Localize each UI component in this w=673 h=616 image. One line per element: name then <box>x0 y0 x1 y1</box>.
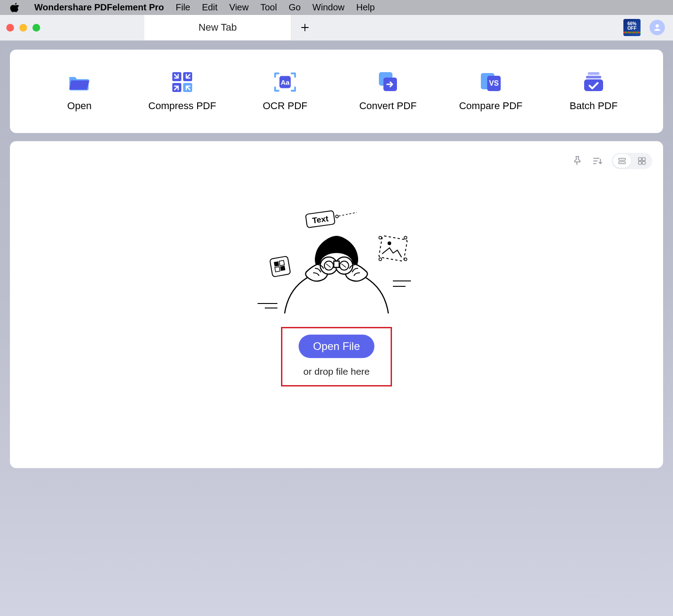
account-button[interactable] <box>650 20 665 35</box>
window-maximize-button[interactable] <box>32 24 40 32</box>
empty-illustration: Text <box>258 209 415 322</box>
view-list-button[interactable] <box>613 154 631 168</box>
svg-rect-19 <box>639 161 642 165</box>
svg-rect-13 <box>586 76 601 78</box>
svg-rect-38 <box>275 267 280 272</box>
ocr-icon: Aa <box>273 71 297 93</box>
menu-tool[interactable]: Tool <box>260 2 277 13</box>
menu-file[interactable]: File <box>175 2 190 13</box>
sort-icon[interactable] <box>592 156 603 166</box>
recent-toolbar <box>21 152 652 170</box>
tool-label: Compress PDF <box>148 100 216 112</box>
svg-rect-16 <box>619 162 626 164</box>
batch-icon <box>582 71 605 93</box>
menu-view[interactable]: View <box>229 2 249 13</box>
svg-rect-28 <box>379 236 407 262</box>
svg-rect-42 <box>334 261 339 267</box>
empty-state: Text <box>10 209 663 386</box>
tool-label: Batch PDF <box>570 100 618 112</box>
tool-label: Open <box>67 100 92 112</box>
app-name: Wondershare PDFelement Pro <box>34 2 164 13</box>
compare-icon: VS <box>479 71 502 93</box>
pin-icon[interactable] <box>572 156 583 166</box>
svg-text:VS: VS <box>489 79 499 87</box>
convert-icon <box>376 71 400 93</box>
svg-rect-12 <box>588 72 599 75</box>
svg-point-0 <box>655 24 659 28</box>
window-minimize-button[interactable] <box>19 24 27 32</box>
tool-batch[interactable]: Batch PDF <box>549 71 639 112</box>
macos-menubar: Wondershare PDFelement Pro File Edit Vie… <box>0 0 673 15</box>
tabbar: New Tab 66% OFF <box>0 15 673 41</box>
menu-edit[interactable]: Edit <box>202 2 217 13</box>
svg-rect-36 <box>280 266 286 271</box>
svg-rect-15 <box>619 158 626 160</box>
tool-compare[interactable]: VS Compare PDF <box>446 71 536 112</box>
svg-rect-20 <box>642 161 645 165</box>
window-close-button[interactable] <box>6 24 14 32</box>
open-file-highlight: Open File or drop file here <box>281 327 392 386</box>
tool-open[interactable]: Open <box>34 71 124 112</box>
svg-point-27 <box>336 215 338 218</box>
svg-rect-18 <box>642 158 645 161</box>
menu-window[interactable]: Window <box>313 2 345 13</box>
content-area: Open Compress PDF <box>0 41 673 478</box>
apple-icon[interactable] <box>10 2 20 12</box>
tool-compress[interactable]: Compress PDF <box>137 71 227 112</box>
svg-rect-17 <box>639 158 642 161</box>
folder-open-icon <box>68 71 91 93</box>
tool-ocr[interactable]: Aa OCR PDF <box>240 71 330 112</box>
svg-rect-14 <box>584 79 603 91</box>
tab-label: New Tab <box>198 22 237 33</box>
new-tab-button[interactable] <box>291 15 318 40</box>
tool-label: OCR PDF <box>263 100 308 112</box>
tools-card: Open Compress PDF <box>10 50 663 133</box>
recent-card: Text <box>10 141 663 468</box>
window-controls <box>0 15 144 40</box>
compress-icon <box>171 71 194 93</box>
tool-label: Convert PDF <box>359 100 416 112</box>
tool-convert[interactable]: Convert PDF <box>343 71 433 112</box>
svg-point-33 <box>404 258 407 261</box>
tool-label: Compare PDF <box>459 100 523 112</box>
promo-line2: OFF <box>627 26 636 31</box>
promo-stripe <box>623 32 641 33</box>
svg-point-31 <box>404 236 407 239</box>
menu-help[interactable]: Help <box>356 2 375 13</box>
promo-badge[interactable]: 66% OFF <box>623 19 641 36</box>
tab-new[interactable]: New Tab <box>144 15 291 40</box>
drop-hint: or drop file here <box>303 366 369 377</box>
svg-rect-37 <box>279 260 285 266</box>
view-toggle <box>612 153 652 169</box>
svg-text:Aa: Aa <box>281 78 290 86</box>
view-grid-button[interactable] <box>633 154 651 168</box>
open-file-button[interactable]: Open File <box>299 335 374 358</box>
svg-rect-35 <box>274 262 279 267</box>
svg-point-32 <box>379 258 382 261</box>
svg-point-30 <box>379 236 382 239</box>
menu-go[interactable]: Go <box>289 2 301 13</box>
